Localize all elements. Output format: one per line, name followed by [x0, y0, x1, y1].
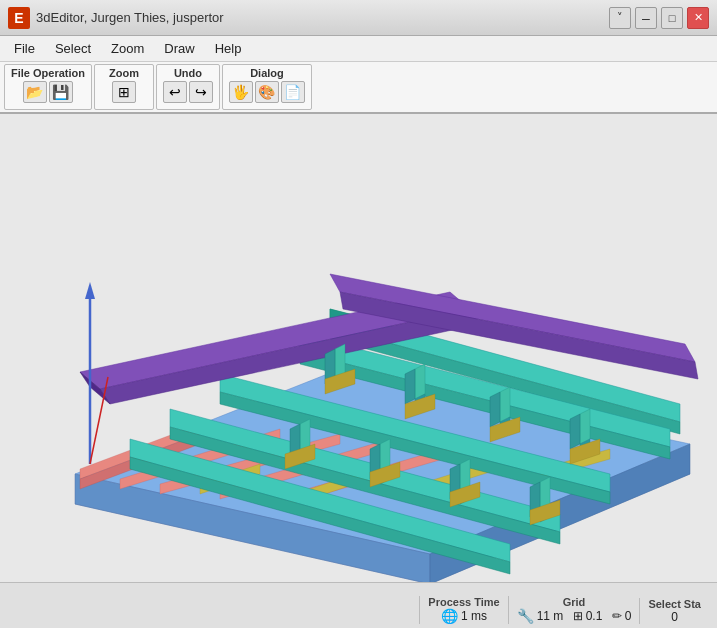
- viewport[interactable]: [0, 114, 717, 582]
- close-button[interactable]: ✕: [687, 7, 709, 29]
- toolbar-hand-button[interactable]: 🖐: [229, 81, 253, 103]
- title-text: 3dEditor, Jurgen Thies, juspertor: [36, 10, 224, 25]
- toolbar-dialog-buttons: 🖐 🎨 📄: [229, 81, 305, 103]
- svg-marker-39: [490, 392, 500, 427]
- window-controls: ˅ – □ ✕: [609, 7, 709, 29]
- svg-marker-34: [415, 364, 425, 399]
- status-bar: Process Time 🌐 1 ms Grid 🔧 11 m ⊞ 0.1 ✏ …: [0, 582, 717, 628]
- process-time-ms: 1 ms: [461, 609, 487, 623]
- select-status-label: Select Sta: [648, 598, 701, 610]
- globe-icon: 🌐: [441, 608, 458, 624]
- svg-marker-36: [405, 369, 415, 404]
- grid-num: 0.1: [586, 609, 603, 623]
- svg-marker-40: [580, 409, 590, 444]
- chevron-button[interactable]: ˅: [609, 7, 631, 29]
- toolbar: File Operation 📂 💾 Zoom ⊞ Undo ↩ ↪ Dialo…: [0, 62, 717, 114]
- toolbar-zoom-fit-button[interactable]: ⊞: [112, 81, 136, 103]
- grid-box-icon: ⊞: [573, 609, 583, 623]
- menu-help[interactable]: Help: [205, 39, 252, 58]
- toolbar-redo-button[interactable]: ↪: [189, 81, 213, 103]
- toolbar-undo-button[interactable]: ↩: [163, 81, 187, 103]
- menu-zoom[interactable]: Zoom: [101, 39, 154, 58]
- pencil-value: 0: [625, 609, 632, 623]
- status-grid: Grid 🔧 11 m ⊞ 0.1 ✏ 0: [508, 596, 640, 624]
- toolbar-group-file-label: File Operation: [11, 67, 85, 79]
- toolbar-undo-buttons: ↩ ↪: [163, 81, 213, 103]
- process-time-label: Process Time: [428, 596, 499, 608]
- toolbar-group-dialog-label: Dialog: [250, 67, 284, 79]
- svg-marker-42: [570, 414, 580, 449]
- grid-label: Grid: [563, 596, 586, 608]
- grid-value: 🔧 11 m ⊞ 0.1 ✏ 0: [517, 608, 632, 624]
- toolbar-doc-button[interactable]: 📄: [281, 81, 305, 103]
- menu-select[interactable]: Select: [45, 39, 101, 58]
- wrench-icon: 🔧: [517, 608, 534, 624]
- scene-canvas: [0, 114, 717, 582]
- grid-ms: 11 m: [537, 609, 564, 623]
- title-bar: E 3dEditor, Jurgen Thies, juspertor ˅ – …: [0, 0, 717, 36]
- menu-bar: File Select Zoom Draw Help: [0, 36, 717, 62]
- toolbar-open-button[interactable]: 📂: [23, 81, 47, 103]
- process-time-value: 🌐 1 ms: [441, 608, 487, 624]
- select-status-value: 0: [671, 610, 678, 624]
- app-icon: E: [8, 7, 30, 29]
- toolbar-group-dialog: Dialog 🖐 🎨 📄: [222, 64, 312, 110]
- toolbar-color-button[interactable]: 🎨: [255, 81, 279, 103]
- menu-draw[interactable]: Draw: [154, 39, 204, 58]
- status-process-time: Process Time 🌐 1 ms: [419, 596, 507, 624]
- maximize-button[interactable]: □: [661, 7, 683, 29]
- toolbar-zoom-buttons: ⊞: [112, 81, 136, 103]
- toolbar-group-zoom-label: Zoom: [109, 67, 139, 79]
- toolbar-save-button[interactable]: 💾: [49, 81, 73, 103]
- toolbar-group-zoom: Zoom ⊞: [94, 64, 154, 110]
- pencil-icon: ✏: [612, 609, 622, 623]
- title-bar-left: E 3dEditor, Jurgen Thies, juspertor: [8, 7, 224, 29]
- menu-file[interactable]: File: [4, 39, 45, 58]
- svg-marker-37: [500, 387, 510, 422]
- minimize-button[interactable]: –: [635, 7, 657, 29]
- status-select: Select Sta 0: [639, 598, 709, 624]
- toolbar-group-undo: Undo ↩ ↪: [156, 64, 220, 110]
- toolbar-group-file: File Operation 📂 💾: [4, 64, 92, 110]
- toolbar-file-buttons: 📂 💾: [23, 81, 73, 103]
- toolbar-group-undo-label: Undo: [174, 67, 202, 79]
